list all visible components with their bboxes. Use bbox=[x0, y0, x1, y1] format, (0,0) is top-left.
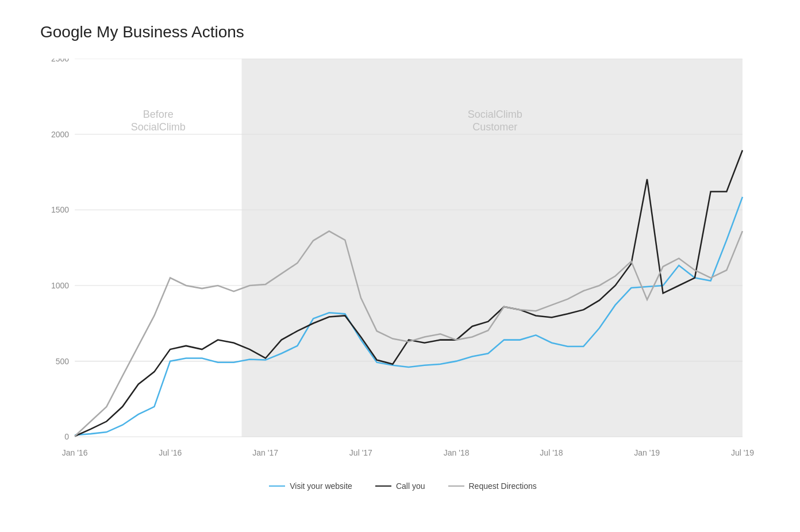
x-label-jul17: Jul '17 bbox=[349, 448, 372, 457]
y-label-1000: 1000 bbox=[51, 281, 69, 290]
x-label-jan17: Jan '17 bbox=[252, 448, 278, 457]
y-label-1500: 1500 bbox=[51, 205, 69, 214]
legend-label-call: Call you bbox=[396, 481, 425, 491]
chart-svg: Before SocialClimb SocialClimb Customer … bbox=[40, 59, 766, 472]
legend-line-website bbox=[269, 485, 285, 487]
x-label-jul19: Jul '19 bbox=[731, 448, 754, 457]
legend-item-directions: Request Directions bbox=[448, 481, 537, 491]
legend-line-call bbox=[375, 485, 391, 487]
chart-container: Google My Business Actions Before Social… bbox=[0, 0, 800, 532]
y-label-2000: 2000 bbox=[51, 130, 69, 139]
chart-area: Before SocialClimb SocialClimb Customer … bbox=[40, 59, 766, 472]
x-label-jan18: Jan '18 bbox=[444, 448, 470, 457]
x-label-jan19: Jan '19 bbox=[634, 448, 660, 457]
annotation-customer-2: Customer bbox=[472, 121, 517, 133]
legend-line-directions bbox=[448, 485, 464, 487]
annotation-before: Before bbox=[143, 108, 174, 120]
legend-label-directions: Request Directions bbox=[469, 481, 537, 491]
x-label-jul18: Jul '18 bbox=[540, 448, 563, 457]
x-label-jan16: Jan '16 bbox=[62, 448, 88, 457]
legend-item-call: Call you bbox=[375, 481, 425, 491]
x-label-jul16: Jul '16 bbox=[159, 448, 182, 457]
y-label-0: 0 bbox=[64, 432, 69, 441]
legend-label-website: Visit your website bbox=[290, 481, 352, 491]
y-label-500: 500 bbox=[56, 357, 69, 366]
annotation-before-2: SocialClimb bbox=[131, 121, 186, 133]
y-label-2500: 2500 bbox=[51, 59, 69, 63]
chart-title: Google My Business Actions bbox=[40, 23, 766, 41]
legend-item-website: Visit your website bbox=[269, 481, 352, 491]
chart-legend: Visit your website Call you Request Dire… bbox=[40, 481, 766, 491]
annotation-customer: SocialClimb bbox=[468, 108, 522, 120]
